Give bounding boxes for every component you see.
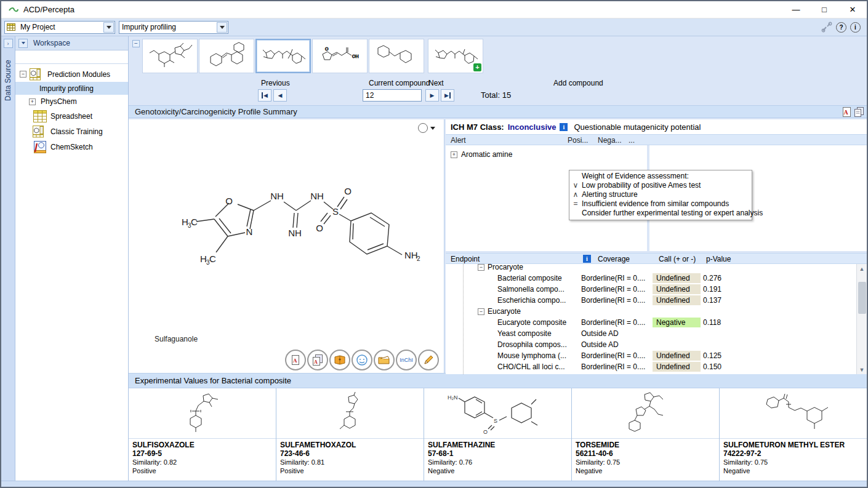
ich-description: Questionable mutagenicity potential <box>574 122 701 132</box>
svg-text:C: C <box>209 254 216 264</box>
endpoint-row[interactable]: Yeast composite Outside AD <box>446 328 867 339</box>
collapse-minus-icon[interactable]: − <box>478 308 484 315</box>
svg-text:A: A <box>293 358 297 364</box>
radio-circle-icon[interactable] <box>418 123 428 133</box>
compound-thumbnail[interactable]: OH O <box>312 39 368 73</box>
edit-structure-button[interactable] <box>418 350 439 370</box>
card-structure-torsemide <box>609 391 683 436</box>
scroll-down-icon[interactable]: ▼ <box>858 365 867 374</box>
current-compound-input[interactable] <box>363 89 422 102</box>
tooltip-text: Alerting structure <box>582 190 638 199</box>
endpoint-row[interactable]: Escherichia compo... Borderline(RI = 0..… <box>446 295 867 306</box>
experimental-card[interactable]: TORSEMIDE 56211-40-6 Similarity: 0.75 Ne… <box>572 388 720 487</box>
compound-thumbnail[interactable] <box>199 39 254 73</box>
weight-of-evidence-tooltip: Weight of Evidence assessment: ∨Low prob… <box>569 170 752 220</box>
pvalue-column[interactable]: p-Value <box>706 255 731 263</box>
tree-item-classic-training[interactable]: Classic Training <box>15 124 128 139</box>
help-icon[interactable]: ? <box>836 22 846 33</box>
expand-plus-icon[interactable]: + <box>451 151 457 158</box>
compound-thumbnail[interactable] <box>369 39 424 73</box>
smiley-icon <box>356 354 368 366</box>
data-source-expand-icon[interactable]: › <box>4 39 13 48</box>
carousel-collapse-icon[interactable]: − <box>132 40 140 47</box>
close-button[interactable]: ✕ <box>838 1 867 18</box>
endpoint-info-icon[interactable]: i <box>583 255 591 263</box>
copy-report-icon[interactable] <box>854 107 864 117</box>
pvalue: 0.118 <box>703 318 721 327</box>
endpoint-name: Drosophila compos... <box>497 340 567 349</box>
pdf-export-icon[interactable]: A <box>842 107 851 117</box>
experimental-card[interactable]: SULFAMETHOXAZOL 723-46-6 Similarity: 0.8… <box>276 388 424 487</box>
scroll-up-icon[interactable]: ▲ <box>858 264 867 273</box>
negative-column[interactable]: Nega... <box>598 136 622 145</box>
project-select[interactable]: My Project <box>4 21 115 34</box>
collapse-minus-icon[interactable]: − <box>478 264 484 271</box>
tree-item-physchem[interactable]: + PhysChem <box>15 95 128 108</box>
chevron-down-icon[interactable] <box>430 127 435 132</box>
pdf-multi-report-button[interactable]: A <box>307 350 328 370</box>
endpoint-row[interactable]: Bacterial composite Borderline(RI = 0...… <box>446 273 867 284</box>
card-compound-name: TORSEMIDE <box>576 441 715 449</box>
tree-item-spreadsheet[interactable]: Spreadsheet <box>15 108 128 124</box>
endpoint-row[interactable]: Drosophila compos... Outside AD <box>446 339 867 350</box>
card-cas-number: 127-69-5 <box>132 449 272 458</box>
structure-select-control[interactable] <box>418 123 435 133</box>
tree-item-impurity-profiling[interactable]: Impurity profiling <box>15 82 128 95</box>
card-call: Positive <box>280 466 420 475</box>
data-source-tab[interactable]: Data Source <box>4 52 12 101</box>
maximize-button[interactable]: □ <box>810 1 838 18</box>
module-select[interactable]: Impurity profiling <box>119 21 228 34</box>
structure-toolbar: A A <box>285 350 439 370</box>
project-dropdown-arrow-icon[interactable] <box>103 22 114 33</box>
compound-thumbnail-selected[interactable] <box>255 39 311 73</box>
endpoint-row[interactable]: Eucaryote composite Borderline(RI = 0...… <box>446 317 867 328</box>
experimental-card[interactable]: H₂N S O <box>424 388 572 487</box>
minimize-button[interactable]: — <box>782 1 810 18</box>
call-column[interactable]: Call (+ or -) <box>659 255 696 263</box>
more-column[interactable]: ... <box>629 136 635 145</box>
svg-text:O: O <box>316 223 323 233</box>
about-info-icon[interactable]: i <box>850 22 861 33</box>
wrench-icon[interactable] <box>821 22 832 33</box>
tooltip-text: Weight of Evidence assessment: <box>582 172 689 181</box>
last-compound-button[interactable]: ▶ <box>441 89 454 102</box>
main-structure-image: O N H3C H3C NH NH NH S O O NH2 <box>141 169 430 322</box>
experimental-card[interactable]: SULFISOXAZOLE 127-69-5 Similarity: 0.82 … <box>129 388 276 487</box>
reference-book-button[interactable] <box>329 350 350 370</box>
alert-row-aromatic-amine[interactable]: + Aromatic amine <box>451 150 512 159</box>
endpoint-scrollbar[interactable]: ▲ ▼ <box>856 264 867 374</box>
tree-item-prediction-modules[interactable]: − Prediction Modules <box>15 66 128 82</box>
inchi-button[interactable]: InChI <box>396 350 417 370</box>
first-compound-button[interactable]: ◀ <box>258 89 271 102</box>
open-file-button[interactable] <box>374 350 395 370</box>
positive-column[interactable]: Posi... <box>568 136 588 145</box>
expand-plus-icon[interactable]: + <box>29 98 36 105</box>
endpoint-row[interactable]: CHO/CHL all loci c... Borderline(RI = 0.… <box>446 361 867 372</box>
endpoint-name: Escherichia compo... <box>497 296 566 305</box>
next-compound-button[interactable]: ▶ <box>425 89 439 102</box>
compound-thumbnail[interactable] <box>142 39 198 73</box>
coverage-column[interactable]: Coverage <box>598 255 630 263</box>
module-dropdown-arrow-icon[interactable] <box>217 22 227 33</box>
endpoint-name: Eucaryote composite <box>497 318 566 327</box>
workspace-chevron-down-icon[interactable] <box>18 39 28 48</box>
smiles-button[interactable] <box>352 350 372 370</box>
endpoint-row-procaryote[interactable]: −Procaryote <box>446 264 867 273</box>
alert-column[interactable]: Alert <box>451 136 466 145</box>
endpoint-row[interactable]: Salmonella compo... Borderline(RI = 0...… <box>446 284 867 295</box>
ich-info-icon[interactable]: i <box>560 123 568 131</box>
experimental-card[interactable]: SULFOMETURON METHYL ESTER 74222-97-2 Sim… <box>720 388 867 487</box>
scrollbar-thumb[interactable] <box>858 282 866 314</box>
previous-compound-button[interactable]: ◀ <box>273 89 287 102</box>
low-probability-icon: ∨ <box>572 181 579 190</box>
collapse-minus-icon[interactable]: − <box>20 71 26 78</box>
card-similarity: Similarity: 0.75 <box>723 458 863 466</box>
pdf-report-button[interactable]: A <box>285 350 306 370</box>
molecule-thumbnail-disaccharide <box>145 41 195 71</box>
workspace-title: Workspace <box>33 39 70 47</box>
endpoint-row[interactable]: Mouse lymphoma (... Borderline(RI = 0...… <box>446 350 867 361</box>
add-compound-thumbnail[interactable]: + <box>428 39 483 73</box>
endpoint-column[interactable]: Endpoint <box>451 255 480 263</box>
tree-item-chemsketch[interactable]: ChemSketch <box>15 139 128 154</box>
endpoint-row-eucaryote[interactable]: −Eucaryote <box>446 306 867 317</box>
